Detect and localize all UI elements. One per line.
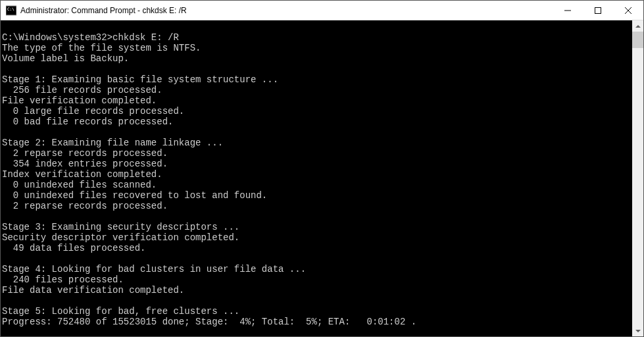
console-line: Progress: 752480 of 15523015 done; Stage… [2, 317, 416, 327]
minimize-button[interactable] [553, 1, 583, 20]
console-line: File verification completed. [2, 95, 157, 106]
console-line: Stage 5: Looking for bad, free clusters … [2, 306, 239, 317]
console-line: 0 unindexed files recovered to lost and … [2, 190, 267, 201]
scroll-down-arrow[interactable] [632, 325, 643, 336]
close-button[interactable] [613, 1, 643, 20]
console-line: 0 large file records processed. [2, 106, 184, 117]
console-line: Stage 4: Looking for bad clusters in use… [2, 264, 306, 274]
svg-marker-7 [635, 330, 641, 332]
maximize-button[interactable] [583, 1, 613, 20]
scroll-thumb[interactable] [632, 32, 643, 48]
console-line: Stage 1: Examining basic file system str… [2, 74, 278, 85]
client-area: C:\Windows\system32>chkdsk E: /R The typ… [1, 20, 643, 336]
console-line: 256 file records processed. [2, 85, 162, 95]
console-line: 2 reparse records processed. [2, 201, 168, 211]
console-line: Index verification completed. [2, 169, 162, 180]
console-line: 354 index entries processed. [2, 159, 168, 169]
cmd-icon: C:\ [6, 5, 16, 16]
console-line: Volume label is Backup. [2, 53, 129, 64]
window-title: Administrator: Command Prompt - chkdsk E… [20, 6, 553, 15]
console-line: Security descriptor verification complet… [2, 232, 239, 243]
console-line: Stage 2: Examining file name linkage ... [2, 138, 223, 148]
command-line: C:\Windows\system32>chkdsk E: /R [2, 32, 179, 43]
console-output[interactable]: C:\Windows\system32>chkdsk E: /R The typ… [1, 20, 632, 336]
console-line: Stage 3: Examining security descriptors … [2, 222, 239, 232]
command-prompt-window: C:\ Administrator: Command Prompt - chkd… [0, 0, 644, 337]
console-line: 2 reparse records processed. [2, 148, 168, 159]
console-line: 240 files processed. [2, 274, 124, 285]
svg-marker-6 [635, 25, 641, 28]
scroll-up-arrow[interactable] [632, 20, 643, 32]
titlebar[interactable]: C:\ Administrator: Command Prompt - chkd… [1, 1, 643, 20]
console-line: 49 data files processed. [2, 243, 145, 253]
console-line: 0 bad file records processed. [2, 117, 173, 127]
svg-rect-3 [595, 7, 601, 13]
svg-text:C:\: C:\ [7, 7, 14, 11]
window-controls [553, 1, 643, 20]
vertical-scrollbar[interactable] [632, 20, 643, 336]
console-line: The type of the file system is NTFS. [2, 43, 201, 53]
console-line: 0 unindexed files scanned. [2, 180, 157, 190]
console-line: File data verification completed. [2, 285, 184, 296]
